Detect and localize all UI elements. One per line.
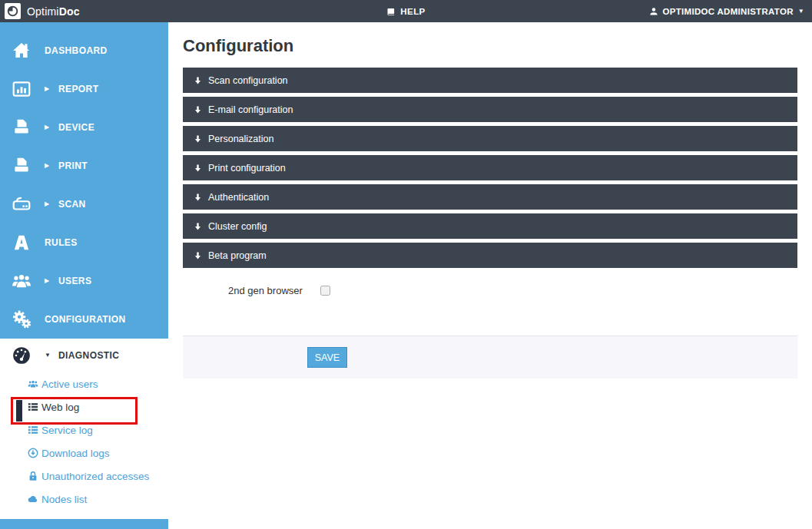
accordion-cluster-config[interactable]: Cluster config [183, 213, 797, 239]
top-bar: OptimiDoc HELP OPTIMIDOC ADMINISTRATOR ▼ [0, 0, 812, 22]
active-item-marker [16, 400, 22, 422]
arrow-down-icon [194, 193, 202, 202]
chevron-right-icon: ▶ [45, 201, 52, 207]
subitem-label: Service log [41, 425, 93, 436]
subitem-active-users[interactable]: Active users [0, 372, 168, 395]
beta-program-panel: 2nd gen browser [183, 272, 797, 336]
subitem-label: Web log [41, 402, 79, 413]
arrow-down-icon [194, 76, 202, 85]
accordion-label: Beta program [208, 250, 267, 261]
accordion-email-configuration[interactable]: E-mail configuration [183, 97, 797, 122]
list-icon [28, 425, 38, 435]
arrow-down-icon [194, 164, 202, 173]
lock-icon [28, 471, 38, 481]
gauge-icon [12, 346, 31, 365]
chevron-down-icon: ▼ [798, 8, 804, 15]
chevron-right-icon: ▶ [45, 278, 52, 284]
help-label: HELP [400, 7, 425, 16]
sidebar-item-rules[interactable]: RULES [0, 223, 168, 262]
sidebar-item-label: SCAN [58, 199, 86, 210]
sidebar-item-label: DIAGNOSTIC [58, 350, 119, 361]
arrow-down-icon [194, 251, 202, 260]
sidebar-item-dashboard[interactable]: DASHBOARD [0, 31, 168, 70]
subitem-label: Unauthorized accesses [41, 471, 149, 482]
chevron-right-icon: ▶ [45, 163, 52, 169]
gears-icon [12, 309, 31, 329]
print-printer-icon [12, 156, 31, 176]
sidebar-item-users[interactable]: ▶ USERS [0, 262, 168, 300]
accordion-label: Authentication [208, 192, 269, 203]
user-icon [649, 7, 658, 16]
arrow-down-icon [194, 134, 202, 144]
form-row: 2nd gen browser [183, 285, 797, 296]
user-menu[interactable]: OPTIMIDOC ADMINISTRATOR ▼ [649, 0, 804, 22]
subitem-download-logs[interactable]: Download logs [0, 441, 168, 465]
sidebar-item-label: PRINT [58, 160, 88, 171]
scan-icon [12, 194, 31, 214]
form-footer: SAVE [183, 336, 797, 379]
accordion-beta-program[interactable]: Beta program [183, 243, 797, 268]
sidebar-item-label: USERS [58, 276, 91, 286]
brand-name[interactable]: OptimiDoc [27, 5, 80, 18]
subitem-service-log[interactable]: Service log [0, 418, 168, 441]
arrow-down-icon [194, 222, 202, 231]
home-icon [12, 41, 31, 61]
sidebar-main-nav: DASHBOARD ▶ REPORT ▶ DEV [0, 22, 168, 339]
accordion-label: E-mail configuration [208, 104, 293, 115]
sidebar-item-label: DEVICE [58, 122, 94, 133]
sidebar-item-configuration[interactable]: CONFIGURATION [0, 300, 168, 339]
sidebar-item-label: REPORT [58, 84, 98, 94]
sidebar-filler [0, 519, 168, 529]
save-button[interactable]: SAVE [307, 347, 347, 368]
optimidoc-logo-icon[interactable] [5, 3, 21, 19]
device-printer-icon [12, 117, 31, 137]
accordion-label: Print configuration [208, 163, 286, 174]
report-icon [12, 79, 31, 99]
list-icon [28, 402, 38, 412]
subitem-label: Nodes list [41, 494, 87, 505]
group-icon [28, 379, 38, 389]
accordion-personalization[interactable]: Personalization [183, 126, 797, 151]
diagnostic-submenu: Active users Web log [0, 372, 168, 519]
sidebar-item-print[interactable]: ▶ PRINT [0, 147, 168, 185]
rules-icon [12, 233, 31, 253]
accordion-print-configuration[interactable]: Print configuration [183, 155, 797, 180]
accordion-label: Cluster config [208, 221, 267, 232]
main-content: Configuration Scan configuration E-mail … [168, 22, 812, 529]
sidebar-item-label: RULES [45, 237, 78, 248]
accordion-authentication[interactable]: Authentication [183, 184, 797, 210]
subitem-unauthorized-accesses[interactable]: Unauthorized accesses [0, 465, 168, 488]
user-label: OPTIMIDOC ADMINISTRATOR [663, 7, 794, 16]
page-title: Configuration [183, 36, 797, 56]
help-book-icon [386, 7, 396, 16]
accordion-label: Scan configuration [208, 75, 288, 86]
users-icon [12, 271, 31, 291]
subitem-web-log[interactable]: Web log [0, 395, 168, 418]
subitem-nodes-list[interactable]: Nodes list [0, 488, 168, 511]
arrow-down-icon [194, 105, 202, 114]
sidebar-item-scan[interactable]: ▶ SCAN [0, 185, 168, 223]
sidebar-item-label: DASHBOARD [45, 45, 108, 56]
chevron-down-icon: ▼ [45, 352, 52, 359]
chevron-right-icon: ▶ [45, 124, 52, 131]
sidebar-item-label: CONFIGURATION [45, 314, 126, 325]
download-icon [28, 448, 38, 458]
sidebar-item-device[interactable]: ▶ DEVICE [0, 108, 168, 147]
checkbox-label: 2nd gen browser [228, 285, 303, 296]
cloud-icon [28, 494, 38, 504]
sidebar-item-report[interactable]: ▶ REPORT [0, 70, 168, 108]
2nd-gen-browser-checkbox[interactable] [320, 286, 330, 296]
sidebar-item-diagnostic[interactable]: ▼ DIAGNOSTIC [0, 339, 168, 372]
sidebar: DASHBOARD ▶ REPORT ▶ DEV [0, 22, 168, 529]
accordion-scan-configuration[interactable]: Scan configuration [183, 68, 797, 93]
chevron-right-icon: ▶ [45, 86, 52, 92]
accordion-label: Personalization [208, 134, 273, 144]
subitem-label: Active users [41, 379, 98, 390]
sidebar-diagnostic-section: ▼ DIAGNOSTIC Active users [0, 339, 168, 519]
subitem-label: Download logs [41, 448, 110, 459]
